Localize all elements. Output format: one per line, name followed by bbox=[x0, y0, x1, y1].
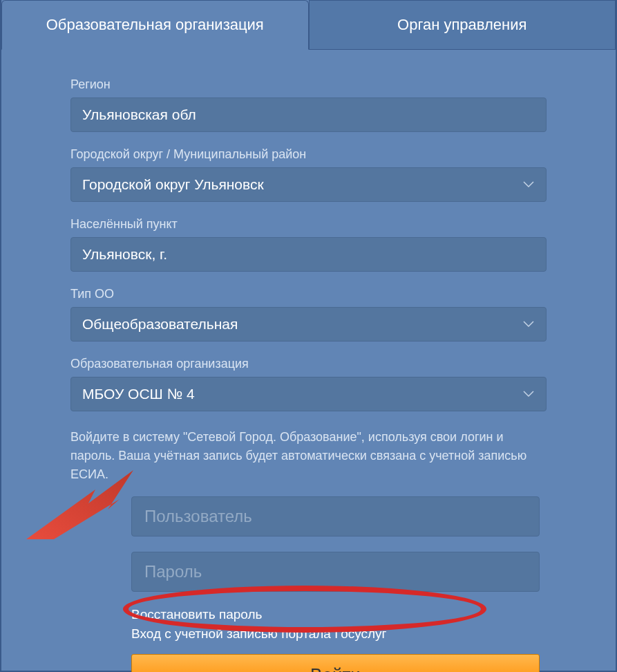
settlement-label: Населённый пункт bbox=[70, 217, 547, 232]
field-region-group: Регион Ульяновская обл bbox=[70, 77, 547, 132]
password-input[interactable] bbox=[131, 552, 540, 592]
district-value: Городской округ Ульяновск bbox=[82, 176, 264, 193]
org-value: МБОУ ОСШ № 4 bbox=[82, 386, 195, 402]
region-field[interactable]: Ульяновская обл bbox=[70, 97, 547, 132]
form-content: Регион Ульяновская обл Городской округ /… bbox=[1, 50, 616, 672]
recover-password-link[interactable]: Восстановить пароль bbox=[131, 607, 540, 622]
tab-management-body[interactable]: Орган управления bbox=[309, 0, 616, 50]
login-panel: Образовательная организация Орган управл… bbox=[0, 0, 617, 672]
field-orgtype-group: Тип ОО Общеобразовательная bbox=[70, 287, 547, 342]
login-button[interactable]: Войти bbox=[131, 654, 540, 672]
links-block: Восстановить пароль Вход с учетной запис… bbox=[131, 607, 540, 642]
field-org-group: Образовательная организация МБОУ ОСШ № 4 bbox=[70, 357, 547, 411]
orgtype-value: Общеобразовательная bbox=[82, 316, 238, 333]
orgtype-label: Тип ОО bbox=[70, 287, 547, 301]
district-label: Городской округ / Муниципальный район bbox=[70, 147, 547, 162]
gosuslugi-login-link[interactable]: Вход с учетной записью портала Госуслуг bbox=[131, 626, 540, 642]
settlement-value: Ульяновск, г. bbox=[82, 246, 167, 263]
orgtype-select[interactable]: Общеобразовательная bbox=[70, 307, 547, 342]
region-label: Регион bbox=[70, 77, 547, 92]
username-input[interactable] bbox=[131, 496, 540, 536]
chevron-down-icon bbox=[522, 388, 535, 400]
settlement-field[interactable]: Ульяновск, г. bbox=[70, 237, 547, 272]
field-settlement-group: Населённый пункт Ульяновск, г. bbox=[70, 217, 547, 272]
region-value: Ульяновская обл bbox=[82, 106, 196, 123]
org-label: Образовательная организация bbox=[70, 357, 547, 371]
chevron-down-icon bbox=[522, 318, 535, 330]
info-text: Войдите в систему "Сетевой Город. Образо… bbox=[70, 428, 547, 484]
chevron-down-icon bbox=[522, 178, 535, 191]
org-select[interactable]: МБОУ ОСШ № 4 bbox=[70, 377, 547, 411]
tab-educational-org[interactable]: Образовательная организация bbox=[1, 0, 309, 50]
district-select[interactable]: Городской округ Ульяновск bbox=[70, 167, 547, 202]
field-district-group: Городской округ / Муниципальный район Го… bbox=[70, 147, 547, 202]
tabs-container: Образовательная организация Орган управл… bbox=[1, 0, 616, 50]
credentials-block: Восстановить пароль Вход с учетной запис… bbox=[70, 496, 547, 672]
